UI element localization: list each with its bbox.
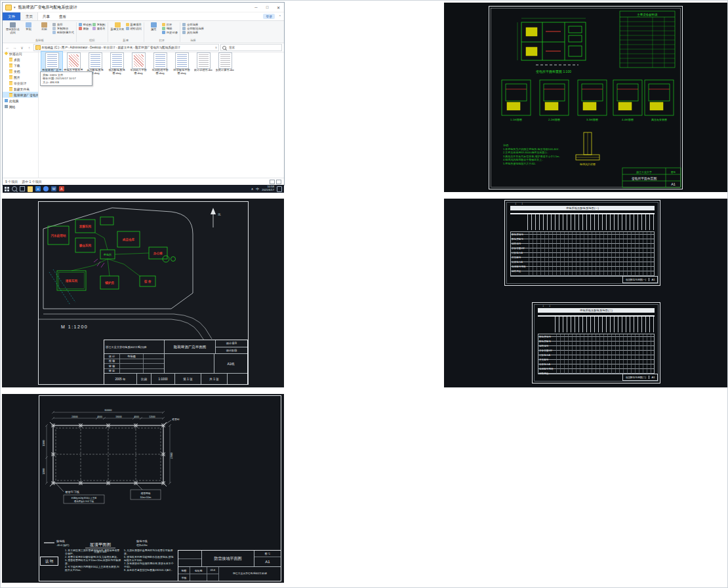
section-caption: 2-2剖面图	[548, 118, 560, 121]
paste-button[interactable]: 粘贴	[37, 22, 52, 31]
svg-text:利用柱内2根Φ16以上主筋: 利用柱内2根Φ16以上主筋	[71, 497, 97, 500]
group-label-organize: 组织	[79, 39, 106, 43]
sidebar-this-pc[interactable]: 此电脑	[3, 98, 38, 104]
titleblock-drawing-name: 变电所平面布置图	[632, 176, 657, 181]
collapse-ribbon-icon[interactable]: ⌃	[279, 14, 281, 18]
doc-thumbnail-icon	[218, 52, 232, 69]
clock[interactable]: 10:58 2021/6/17	[262, 186, 274, 192]
cad-preview-lightning-protection: 60000 24000 4000 16000 4000 12000 15000 …	[2, 394, 284, 583]
tab-file[interactable]: 文件	[3, 12, 20, 20]
folder-icon	[9, 93, 12, 97]
paste-shortcut-button[interactable]: 粘贴快捷方式	[52, 31, 74, 34]
titleblock-drawing-name: 瓶装啤酒厂总平面图	[165, 340, 216, 353]
edge-browser-icon[interactable]: e	[35, 186, 41, 191]
cad-preview-site-plan: 污水处理站 发酵车间 成品仓库 糖化车间 办公楼 灌装车间 锅炉房 宿 舍 变电…	[2, 199, 284, 387]
quick-access-toolbar[interactable]: ▾	[14, 5, 16, 9]
action-center-icon[interactable]	[277, 186, 282, 192]
history-button[interactable]: 历史记录	[162, 31, 178, 34]
notes-header: 说 明	[40, 557, 58, 566]
notes-column-right: 5. 凡突出屋面的金属构件均与避雷带可靠焊接。 6. 接地装置利用基础钢筋作自然…	[124, 549, 175, 572]
file-item[interactable]: 车间照明平面图.dwg	[150, 52, 171, 76]
new-item-button[interactable]: 新建项目	[126, 23, 142, 26]
copy-to-button[interactable]: 复制到	[92, 23, 106, 26]
file-item[interactable]: 低压配电系统图.dwg	[106, 52, 127, 76]
new-folder-icon	[115, 22, 121, 28]
tab-view[interactable]: 查看	[54, 12, 71, 20]
folder-icon	[9, 58, 12, 62]
select-all-icon	[182, 23, 186, 26]
group-label-new: 新建	[110, 39, 142, 43]
pin-icon	[10, 22, 16, 28]
maximize-button[interactable]: □	[262, 3, 273, 12]
thumbnail-view-icon[interactable]	[276, 180, 281, 184]
start-button[interactable]	[5, 187, 9, 191]
leaders-and-labels: 避雷引下线 利用柱内2根Φ16以上主筋 通长焊接作为引下线 避雷网格 10m×1…	[44, 418, 180, 555]
tab-home[interactable]: 主页	[20, 12, 38, 20]
new-folder-button[interactable]: 新建文件夹	[110, 22, 125, 31]
pin-quick-access-button[interactable]: 固定到快速访问	[5, 22, 20, 34]
file-explorer-taskbar-icon[interactable]	[28, 186, 33, 192]
sidebar-item-downloads[interactable]: 下载	[3, 62, 38, 68]
ribbon-tabs: 文件 主页 共享 查看 登录 ⌃	[3, 12, 284, 21]
edit-button[interactable]: 编辑	[162, 27, 178, 30]
ribbon-separator	[180, 22, 180, 42]
sidebar-item-folder[interactable]: 新建文件夹	[3, 86, 38, 92]
chrome-browser-icon[interactable]	[43, 186, 49, 191]
open-button[interactable]: 打开	[162, 23, 178, 26]
delete-button[interactable]: 删除	[79, 27, 92, 30]
input-language-indicator[interactable]: 中	[256, 187, 259, 191]
copy-button[interactable]: 复制	[21, 22, 36, 31]
computer-icon	[5, 99, 8, 102]
sidebar-network[interactable]: 网络	[3, 104, 38, 109]
svg-text:宿 舍: 宿 舍	[144, 279, 152, 284]
tab-share[interactable]: 共享	[38, 12, 54, 20]
invert-selection-button[interactable]: 反向选择	[182, 31, 204, 34]
move-to-button[interactable]: 移动到	[79, 23, 92, 26]
sidebar-item-pictures[interactable]: 图片	[3, 74, 38, 80]
word-app-icon[interactable]: W	[51, 186, 56, 191]
task-view-icon[interactable]	[20, 186, 25, 191]
cut-button[interactable]: 剪切	[52, 23, 74, 26]
easy-access-button[interactable]: 轻松访问	[126, 27, 142, 30]
file-item[interactable]: 车间动力平面图.dwg	[128, 52, 149, 76]
svg-text:成品仓库: 成品仓库	[122, 237, 135, 242]
select-none-button[interactable]: 全部取消选择	[182, 27, 204, 30]
sidebar-item-current-folder[interactable]: 瓶装啤酒厂变电所与配电系统设计	[3, 92, 38, 98]
group-label-select: 选择	[182, 39, 204, 43]
select-all-button[interactable]: 全部选择	[182, 23, 204, 26]
feeder-lines	[527, 214, 654, 230]
incoming-feeder-arrow: ↓	[521, 201, 523, 205]
sidebar-item-folder[interactable]: 毕业设计	[3, 80, 38, 86]
signin-button[interactable]: 登录	[263, 14, 275, 19]
ribbon-separator	[108, 22, 108, 42]
circuit-table: 配电屏编号 配电屏型号 回路编号 设备容量kW 计算电流A 开关型号 熔体电流A…	[510, 231, 655, 277]
sidebar-item-desktop[interactable]: 桌面	[3, 56, 38, 62]
svg-text:15000: 15000	[43, 440, 45, 446]
paste-shortcut-icon	[52, 31, 56, 34]
substation-label: 变电所	[104, 253, 112, 256]
file-item[interactable]: 防雷接地平面图.dwg	[171, 52, 192, 76]
invert-selection-icon	[182, 31, 186, 34]
dwg-thumbnail-icon	[89, 52, 102, 69]
move-to-icon	[79, 23, 82, 26]
properties-button[interactable]: 属性	[146, 22, 161, 31]
paste-icon	[41, 22, 47, 28]
titleblock-sheet-total: 共 1 张	[201, 374, 228, 384]
file-item[interactable]: 设计说明书.doc	[193, 52, 214, 73]
titleblock-no-label: 图 号	[254, 551, 281, 557]
cut-icon	[52, 23, 56, 26]
copy-path-button[interactable]: 复制路径	[52, 27, 74, 30]
titleblock-class: 浙江工业大学信电系602工程(1)班	[104, 340, 165, 353]
close-button[interactable]: ✕	[273, 3, 284, 12]
sidebar-quick-access[interactable]: 快速访问	[3, 50, 38, 56]
tray-expand-icon[interactable]: ∧	[251, 187, 254, 191]
details-view-icon[interactable]	[270, 180, 275, 184]
rename-button[interactable]: 重命名	[92, 27, 106, 30]
underground-cables-dashed	[49, 269, 75, 305]
autocad-app-icon[interactable]: A	[59, 186, 64, 191]
lightning-titleblock: 防雷接地平面图 图 号 A1 制图 审核 包装桶 05.6	[178, 550, 281, 581]
sidebar-item-documents[interactable]: 文档	[3, 68, 38, 74]
taskbar-search-icon[interactable]	[12, 186, 17, 191]
file-item[interactable]: 负荷计算书.doc	[214, 52, 235, 73]
minimize-button[interactable]: ─	[251, 3, 262, 12]
